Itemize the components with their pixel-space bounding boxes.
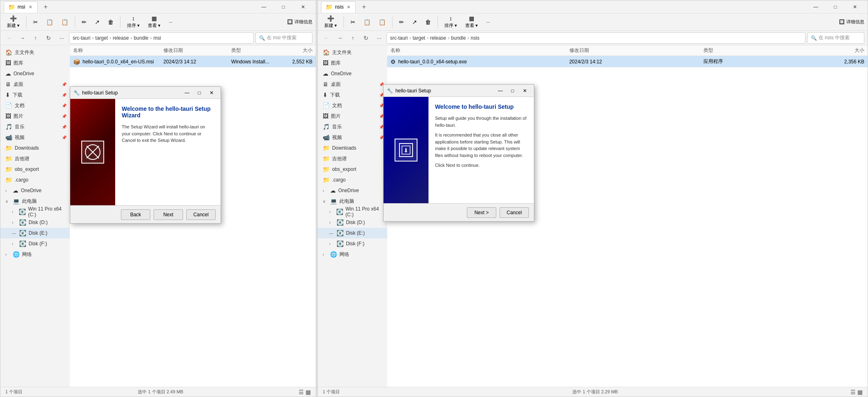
path-bundle[interactable]: bundle bbox=[134, 35, 148, 41]
rename-button[interactable]: ✏ bbox=[78, 17, 90, 27]
right-col-date-header[interactable]: 修改日期 bbox=[569, 47, 703, 54]
sidebar-item-network[interactable]: › 🌐 网络 bbox=[0, 249, 70, 260]
right-maximize-button[interactable]: □ bbox=[826, 0, 845, 13]
right-sidebar-home[interactable]: 🏠 主文件夹 bbox=[318, 47, 387, 58]
right-rename-button[interactable]: ✏ bbox=[396, 17, 407, 27]
right-search-box[interactable]: 🔍 在 nsis 中搜索 bbox=[807, 32, 864, 44]
left-setup-dialog[interactable]: 🔧 hello-tauri Setup — □ ✕ bbox=[70, 86, 221, 224]
right-path-src-tauri[interactable]: src-tauri bbox=[390, 35, 408, 41]
right-new-tab-button[interactable]: + bbox=[358, 1, 370, 13]
right-sidebar-obs[interactable]: 📁 obs_export bbox=[318, 164, 387, 175]
right-col-size-header[interactable]: 大小 bbox=[793, 47, 864, 54]
right-sidebar-network[interactable]: › 🌐 网络 bbox=[318, 249, 387, 260]
sort-button[interactable]: ↕ 排序 ▾ bbox=[124, 13, 143, 30]
left-search-box[interactable]: 🔍 在 msi 中搜索 bbox=[255, 32, 312, 44]
right-tab-nsis[interactable]: 📁 nsis ✕ bbox=[321, 1, 356, 13]
right-back-button[interactable]: ← bbox=[321, 32, 332, 44]
path-msi[interactable]: msi bbox=[153, 35, 161, 41]
right-paste-button[interactable]: 📋 bbox=[375, 17, 389, 27]
right-dialog-close[interactable]: ✕ bbox=[519, 86, 531, 96]
left-more-nav-button[interactable]: ··· bbox=[56, 32, 67, 44]
new-button[interactable]: ➕ 新建 ▾ bbox=[4, 13, 23, 30]
left-dialog-maximize[interactable]: □ bbox=[194, 88, 205, 98]
right-setup-dialog[interactable]: 🔧 hello-tauri Setup — □ ✕ ⬇ bbox=[383, 84, 534, 222]
col-size-header[interactable]: 大小 bbox=[276, 47, 312, 54]
details-button[interactable]: 🔲 bbox=[287, 19, 293, 25]
copy-button[interactable]: 📋 bbox=[43, 17, 56, 27]
path-src-tauri[interactable]: src-tauri bbox=[73, 35, 90, 41]
left-forward-button[interactable]: → bbox=[17, 32, 28, 44]
left-back-button[interactable]: Back bbox=[121, 209, 150, 220]
sidebar-item-gallery[interactable]: 🖼 图库 bbox=[0, 58, 70, 68]
col-name-header[interactable]: 名称 bbox=[73, 47, 163, 54]
right-new-button[interactable]: ➕ 新建 ▾ bbox=[321, 13, 340, 30]
col-date-header[interactable]: 修改日期 bbox=[163, 47, 231, 54]
right-sidebar-guitar[interactable]: 📁 吉他谱 bbox=[318, 153, 387, 164]
right-path-target[interactable]: target bbox=[413, 35, 425, 41]
right-path-bundle[interactable]: bundle bbox=[451, 35, 466, 41]
right-sidebar-e[interactable]: — 💽 Disk (E:) bbox=[318, 228, 387, 238]
left-dialog-close[interactable]: ✕ bbox=[206, 88, 217, 98]
right-sidebar-thispc[interactable]: ∨ 💻 此电脑 bbox=[318, 196, 387, 206]
sidebar-item-desktop[interactable]: 🖥 桌面 📌 bbox=[0, 79, 70, 90]
left-minimize-button[interactable]: — bbox=[254, 0, 273, 13]
right-list-view-icon[interactable]: ☰ bbox=[850, 389, 856, 395]
right-sidebar-onedrive2[interactable]: › ☁ OneDrive bbox=[318, 185, 387, 196]
right-sidebar-downloads-folder[interactable]: 📁 Downloads bbox=[318, 143, 387, 153]
right-dialog-maximize[interactable]: □ bbox=[507, 86, 518, 96]
right-sidebar-pictures[interactable]: 🖼 图片 📌 bbox=[318, 111, 387, 121]
delete-button[interactable]: 🗑 bbox=[105, 17, 117, 27]
list-view-icon[interactable]: ☰ bbox=[299, 389, 304, 395]
right-sidebar-f[interactable]: › 💽 Disk (F:) bbox=[318, 238, 387, 249]
view-button[interactable]: ▦ 查看 ▾ bbox=[145, 13, 164, 30]
file-row-msi[interactable]: 📦 hello-tauri_0.0.0_x64_en-US.msi 2024/2… bbox=[70, 56, 316, 67]
sidebar-item-music[interactable]: 🎵 音乐 📌 bbox=[0, 121, 70, 132]
col-type-header[interactable]: 类型 bbox=[231, 47, 277, 54]
left-back-button[interactable]: ← bbox=[4, 32, 15, 44]
file-row-exe[interactable]: ⚙ hello-tauri_0.0.0_x64-setup.exe 2024/2… bbox=[387, 56, 868, 67]
right-path-release[interactable]: release bbox=[430, 35, 446, 41]
right-detail-view-icon[interactable]: ▦ bbox=[857, 389, 863, 395]
sidebar-item-downloads[interactable]: ⬇ 下载 📌 bbox=[0, 90, 70, 100]
path-target[interactable]: target bbox=[95, 35, 108, 41]
sidebar-item-guitar[interactable]: 📁 吉他谱 bbox=[0, 153, 70, 164]
sidebar-item-docs[interactable]: 📄 文档 📌 bbox=[0, 100, 70, 111]
left-cancel-button[interactable]: Cancel bbox=[186, 209, 216, 220]
right-tab-close-icon[interactable]: ✕ bbox=[346, 4, 351, 11]
left-refresh-button[interactable]: ↻ bbox=[43, 32, 54, 44]
right-close-button[interactable]: ✕ bbox=[846, 0, 864, 13]
sidebar-item-d[interactable]: › 💽 Disk (D:) bbox=[0, 217, 70, 228]
sidebar-item-c[interactable]: › 💽 Win 11 Pro x64 (C:) bbox=[0, 206, 70, 217]
right-sidebar-d[interactable]: › 💽 Disk (D:) bbox=[318, 217, 387, 228]
right-cut-button[interactable]: ✂ bbox=[347, 17, 359, 27]
right-sidebar-gallery[interactable]: 🖼 图库 bbox=[318, 58, 387, 68]
right-more-button[interactable]: ··· bbox=[483, 18, 493, 26]
right-forward-button[interactable]: → bbox=[334, 32, 346, 44]
right-sidebar-docs[interactable]: 📄 文档 📌 bbox=[318, 100, 387, 111]
left-maximize-button[interactable]: □ bbox=[274, 0, 293, 13]
sidebar-item-onedrive2[interactable]: › ☁ OneDrive bbox=[0, 185, 70, 196]
sidebar-item-cargo[interactable]: 📁 .cargo bbox=[0, 175, 70, 185]
right-share-button[interactable]: ↗ bbox=[409, 17, 420, 27]
right-minimize-button[interactable]: — bbox=[806, 0, 825, 13]
right-refresh-button[interactable]: ↻ bbox=[360, 32, 372, 44]
right-up-button[interactable]: ↑ bbox=[347, 32, 359, 44]
right-sidebar-videos[interactable]: 📹 视频 📌 bbox=[318, 132, 387, 143]
right-col-name-header[interactable]: 名称 bbox=[390, 47, 569, 54]
right-details-button[interactable]: 🔲 bbox=[839, 19, 845, 25]
paste-button[interactable]: 📋 bbox=[58, 17, 71, 27]
sidebar-item-onedrive[interactable]: ☁ OneDrive bbox=[0, 68, 70, 79]
left-next-button[interactable]: Next bbox=[154, 209, 183, 220]
sidebar-item-f[interactable]: › 💽 Disk (F:) bbox=[0, 238, 70, 249]
right-view-button[interactable]: ▦ 查看 ▾ bbox=[462, 13, 481, 30]
sidebar-item-home[interactable]: 🏠 主文件夹 bbox=[0, 47, 70, 58]
path-release[interactable]: release bbox=[113, 35, 129, 41]
right-sidebar-cargo[interactable]: 📁 .cargo bbox=[318, 175, 387, 185]
left-address-path[interactable]: src-tauri › target › release › bundle › … bbox=[69, 32, 254, 44]
sidebar-item-thispc[interactable]: ∨ 💻 此电脑 bbox=[0, 196, 70, 206]
right-next-button[interactable]: Next > bbox=[467, 207, 496, 218]
right-sidebar-music[interactable]: 🎵 音乐 📌 bbox=[318, 121, 387, 132]
right-copy-button[interactable]: 📋 bbox=[360, 17, 374, 27]
right-path-nsis[interactable]: nsis bbox=[471, 35, 479, 41]
right-address-path[interactable]: src-tauri › target › release › bundle › … bbox=[386, 32, 806, 44]
